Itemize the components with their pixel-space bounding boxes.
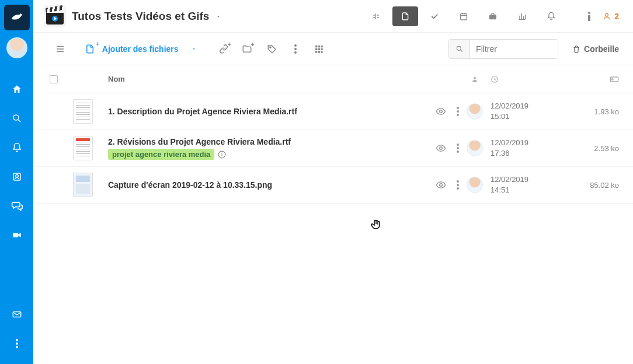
- svg-point-6: [16, 339, 18, 341]
- svg-rect-23: [321, 48, 322, 50]
- add-folder-button[interactable]: +: [238, 38, 259, 60]
- file-owner-avatar: [467, 177, 483, 193]
- file-thumbnail: [73, 136, 93, 160]
- file-owner-avatar: [467, 103, 483, 120]
- file-date: 12/02/201917:36: [491, 138, 572, 158]
- svg-rect-24: [315, 51, 317, 52]
- grid-view-button[interactable]: [308, 38, 329, 60]
- sidebar-contacts[interactable]: [0, 162, 33, 191]
- members-count[interactable]: 2: [603, 12, 619, 21]
- select-all-checkbox[interactable]: [50, 75, 58, 83]
- file-size: 2.53 ko: [572, 144, 619, 153]
- tab-stats[interactable]: [509, 6, 535, 26]
- list-view-toggle[interactable]: [50, 38, 71, 60]
- tab-feed[interactable]: [363, 6, 389, 26]
- main-content: Tutos Tests Vidéos et Gifs: [33, 0, 633, 364]
- files-toolbar: + Ajouter des fichiers + +: [33, 33, 633, 65]
- trash-button[interactable]: Corbeille: [572, 44, 619, 54]
- preview-icon[interactable]: [436, 180, 446, 190]
- filter-input[interactable]: [470, 40, 558, 58]
- svg-rect-12: [588, 15, 590, 21]
- svg-rect-22: [318, 48, 319, 50]
- file-name: 1. Description du Projet Agence Riviera …: [108, 107, 406, 116]
- column-user-icon: [459, 75, 491, 83]
- sidebar-mail[interactable]: [0, 300, 33, 329]
- add-link-button[interactable]: +: [215, 38, 236, 60]
- add-files-caret[interactable]: [186, 46, 202, 52]
- trash-label: Corbeille: [584, 44, 619, 54]
- project-title: Tutos Tests Vidéos et Gifs: [72, 10, 209, 23]
- svg-point-3: [15, 174, 18, 177]
- preview-icon[interactable]: [436, 143, 446, 153]
- header-info-icon[interactable]: [587, 12, 591, 21]
- tab-calendar[interactable]: [451, 6, 477, 26]
- svg-point-8: [16, 346, 18, 348]
- svg-point-17: [294, 51, 297, 54]
- table-row[interactable]: 1. Description du Projet Agence Riviera …: [33, 93, 633, 130]
- svg-point-16: [294, 48, 297, 50]
- sidebar-more[interactable]: [0, 329, 33, 358]
- svg-rect-9: [461, 13, 467, 20]
- svg-rect-26: [321, 51, 322, 52]
- column-size-icon: [572, 76, 619, 83]
- svg-point-27: [457, 46, 461, 50]
- svg-point-1: [13, 115, 19, 120]
- add-files-label: Ajouter des fichiers: [102, 44, 179, 54]
- tag-button[interactable]: [262, 38, 283, 60]
- tab-briefcase[interactable]: [480, 6, 506, 26]
- svg-point-39: [440, 147, 443, 150]
- file-tag[interactable]: projet agence riviera media: [108, 149, 214, 160]
- svg-rect-38: [222, 154, 222, 156]
- table-row[interactable]: Capture d'écran 2019-02-12 à 10.33.15.pn…: [33, 167, 633, 204]
- add-files-button[interactable]: + Ajouter des fichiers: [82, 43, 183, 55]
- svg-rect-18: [315, 46, 317, 47]
- svg-point-37: [221, 153, 222, 154]
- info-icon[interactable]: [218, 150, 226, 159]
- table-row[interactable]: 2. Révisions du Projet Agence Riviera Me…: [33, 130, 633, 167]
- app-sidebar: [0, 0, 33, 364]
- table-header: Nom: [33, 65, 633, 93]
- svg-rect-20: [321, 46, 322, 47]
- file-date: 12/02/201914:51: [491, 174, 572, 195]
- header-tabs: [363, 6, 564, 26]
- svg-rect-25: [318, 51, 319, 52]
- sidebar-video[interactable]: [0, 220, 33, 250]
- svg-rect-19: [318, 46, 319, 47]
- filter-search: [448, 39, 558, 59]
- svg-point-14: [269, 46, 270, 47]
- svg-rect-10: [489, 15, 496, 19]
- svg-rect-4: [13, 233, 18, 237]
- project-icon: [44, 5, 66, 27]
- svg-point-15: [294, 44, 297, 47]
- svg-point-43: [440, 184, 443, 187]
- tab-notify[interactable]: [538, 6, 564, 26]
- column-name[interactable]: Nom: [108, 75, 406, 83]
- sidebar-chat[interactable]: [0, 191, 33, 220]
- sidebar-search[interactable]: [0, 104, 33, 133]
- svg-point-11: [588, 12, 590, 14]
- sidebar-home[interactable]: [0, 75, 33, 104]
- header-bar: Tutos Tests Vidéos et Gifs: [33, 0, 633, 33]
- svg-point-13: [606, 13, 608, 16]
- sidebar-notifications[interactable]: [0, 133, 33, 162]
- user-avatar[interactable]: [6, 37, 27, 58]
- file-thumbnail: [73, 173, 93, 197]
- tab-files[interactable]: [392, 6, 418, 26]
- column-date-icon: [491, 75, 572, 83]
- preview-icon[interactable]: [436, 106, 446, 117]
- files-table: Nom 1. Description du Projet Agence Rivi…: [33, 65, 633, 364]
- file-name: Capture d'écran 2019-02-12 à 10.33.15.pn…: [108, 180, 406, 190]
- file-thumbnail: [73, 99, 93, 124]
- project-dropdown-caret[interactable]: [213, 10, 224, 22]
- members-count-value: 2: [614, 12, 619, 21]
- search-icon: [449, 40, 470, 58]
- file-name: 2. Révisions du Projet Agence Riviera Me…: [108, 137, 406, 146]
- app-logo[interactable]: [4, 5, 30, 30]
- svg-rect-21: [315, 48, 317, 50]
- svg-point-28: [474, 77, 476, 79]
- svg-point-32: [440, 110, 443, 113]
- file-size: 1.93 ko: [572, 107, 619, 116]
- tab-tasks[interactable]: [422, 6, 447, 26]
- svg-point-31: [611, 78, 613, 80]
- more-options-button[interactable]: [285, 38, 306, 60]
